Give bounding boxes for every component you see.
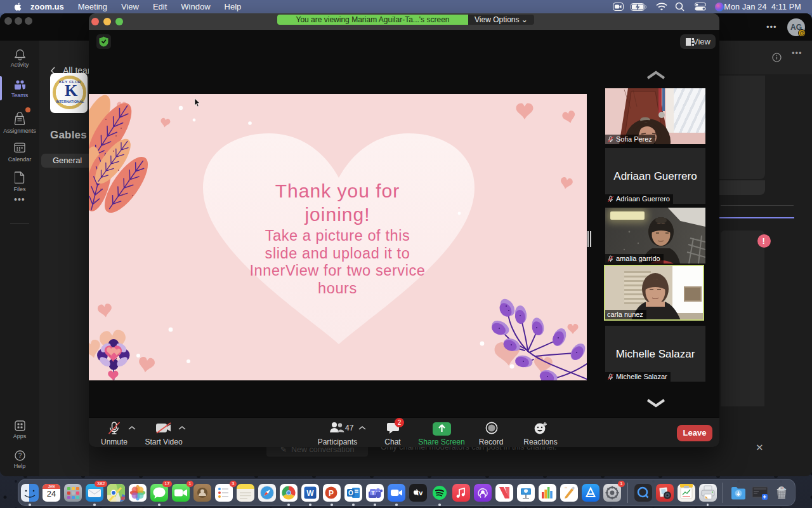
svg-text:Take a picture of this: Take a picture of this xyxy=(265,227,410,244)
svg-text:P: P xyxy=(329,488,334,497)
svg-text:T: T xyxy=(371,489,375,495)
svg-text:hours: hours xyxy=(318,280,357,297)
svg-text:InnerView for two service: InnerView for two service xyxy=(249,262,425,279)
svg-text:slide and upload it to: slide and upload it to xyxy=(265,245,410,262)
svg-text:“: “ xyxy=(565,485,567,491)
svg-text:W: W xyxy=(306,489,314,498)
svg-text:Thank you for: Thank you for xyxy=(275,180,400,201)
svg-text:?: ? xyxy=(18,452,22,459)
svg-text:joining!: joining! xyxy=(304,204,370,225)
svg-text:O: O xyxy=(348,490,353,497)
